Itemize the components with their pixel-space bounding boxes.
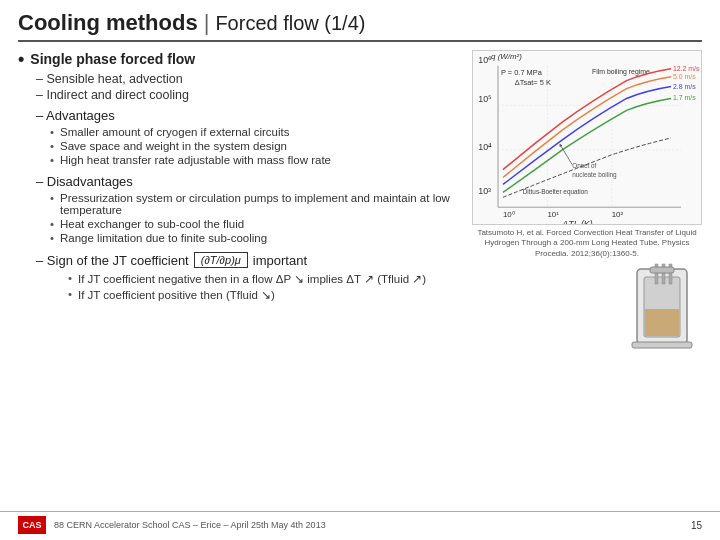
right-column: 10⁶ 10⁵ 10⁴ 10³ q (W/m²) 10⁰ 10¹ 10² ΔTL…: [462, 50, 702, 359]
disadvantages-label: – Disadvantages: [36, 174, 454, 189]
main-content: • Single phase forced flow – Sensible he…: [18, 50, 702, 359]
svg-text:10⁵: 10⁵: [478, 94, 492, 104]
title-sub: Forced flow (1/4): [215, 12, 365, 35]
svg-text:12.2 m/s: 12.2 m/s: [673, 65, 700, 72]
disadvantage-item-2: Heat exchanger to sub-cool the fluid: [50, 218, 454, 230]
main-bullet-label: Single phase forced flow: [30, 51, 195, 67]
disadvantage-item-3: Range limitation due to finite sub-cooli…: [50, 232, 454, 244]
svg-text:10³: 10³: [478, 186, 491, 196]
advantage-item-2: Save space and weight in the system desi…: [50, 140, 454, 152]
footer-text: 88 CERN Accelerator School CAS – Erice –…: [54, 520, 691, 530]
jt-label: – Sign of the JT coefficient (∂T/∂p)μ im…: [36, 252, 454, 268]
sub-item-2: – Indirect and direct cooling: [36, 88, 454, 102]
footer-logo-text: CAS: [22, 520, 41, 530]
jt-bullet-2: If JT coefficient positive then (Tfluid …: [68, 288, 454, 302]
jt-bullet-1: If JT coefficient negative then in a flo…: [68, 272, 454, 286]
svg-text:Film boiling regime: Film boiling regime: [592, 68, 650, 76]
jt-formula: (∂T/∂p)μ: [194, 252, 248, 268]
title-main: Cooling methods: [18, 10, 198, 36]
advantages-section: – Advantages Smaller amount of cryogen i…: [18, 108, 454, 166]
svg-text:P = 0.7 MPa: P = 0.7 MPa: [501, 68, 543, 77]
footer-logo: CAS: [18, 516, 46, 534]
svg-text:2.8 m/s: 2.8 m/s: [673, 83, 696, 90]
svg-rect-33: [650, 267, 674, 273]
svg-text:10²: 10²: [612, 210, 624, 219]
disadvantages-list: Pressurization system or circulation pum…: [50, 192, 454, 244]
jt-label-after: important: [253, 253, 307, 268]
svg-rect-29: [645, 309, 679, 336]
disadvantage-item-1: Pressurization system or circulation pum…: [50, 192, 454, 216]
advantage-item-1: Smaller amount of cryogen if external ci…: [50, 126, 454, 138]
chart-svg: 10⁶ 10⁵ 10⁴ 10³ q (W/m²) 10⁰ 10¹ 10² ΔTL…: [473, 51, 701, 224]
svg-text:1.7 m/s: 1.7 m/s: [673, 94, 696, 101]
svg-text:q (W/m²): q (W/m²): [491, 52, 522, 61]
svg-text:Dittus-Boelter equation: Dittus-Boelter equation: [523, 188, 589, 196]
svg-text:10¹: 10¹: [547, 210, 559, 219]
page: Cooling methods | Forced flow (1/4) • Si…: [0, 0, 720, 540]
advantages-list: Smaller amount of cryogen if external ci…: [50, 126, 454, 166]
svg-text:10⁴: 10⁴: [478, 142, 492, 152]
footer-page-number: 15: [691, 520, 702, 531]
bullet-dot: •: [18, 50, 24, 68]
svg-text:ΔTsat= 5 K: ΔTsat= 5 K: [515, 78, 551, 87]
svg-text:ΔTL (K): ΔTL (K): [561, 219, 592, 224]
jt-label-before: – Sign of the JT coefficient: [36, 253, 189, 268]
page-header: Cooling methods | Forced flow (1/4): [18, 10, 702, 42]
svg-text:Onset of: Onset of: [572, 162, 596, 169]
advantage-item-3: High heat transfer rate adjustable with …: [50, 154, 454, 166]
jt-section: – Sign of the JT coefficient (∂T/∂p)μ im…: [36, 252, 454, 302]
disadvantages-section: – Disadvantages Pressurization system or…: [18, 174, 454, 244]
svg-text:10⁶: 10⁶: [478, 55, 492, 65]
svg-text:nucleate boiling: nucleate boiling: [572, 171, 617, 179]
svg-text:5.0 m/s: 5.0 m/s: [673, 73, 696, 80]
sub-item-1: – Sensible heat, advection: [36, 72, 454, 86]
svg-rect-34: [632, 342, 692, 348]
svg-text:10⁰: 10⁰: [503, 210, 515, 219]
main-bullet: • Single phase forced flow: [18, 50, 454, 68]
chart-container: 10⁶ 10⁵ 10⁴ 10³ q (W/m²) 10⁰ 10¹ 10² ΔTL…: [472, 50, 702, 225]
dewar-svg: [622, 259, 702, 359]
footer: CAS 88 CERN Accelerator School CAS – Eri…: [0, 511, 720, 534]
chart-reference: Tatsumoto H, et al. Forced Convection He…: [472, 228, 702, 259]
dewar-container: [602, 259, 702, 359]
left-column: • Single phase forced flow – Sensible he…: [18, 50, 462, 359]
advantages-label: – Advantages: [36, 108, 454, 123]
jt-list: If JT coefficient negative then in a flo…: [68, 272, 454, 302]
title-separator: |: [204, 10, 210, 36]
